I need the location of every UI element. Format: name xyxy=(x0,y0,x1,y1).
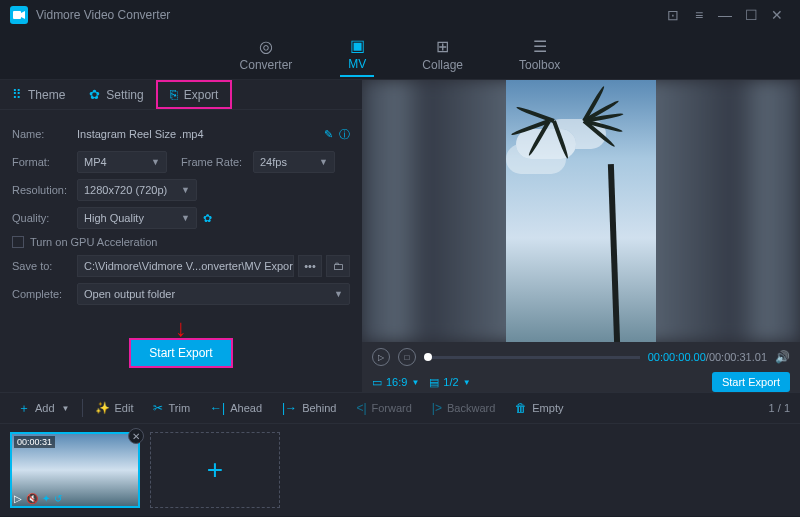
forward-icon: <| xyxy=(356,401,366,415)
complete-label: Complete: xyxy=(12,288,77,300)
volume-icon[interactable]: 🔊 xyxy=(775,350,790,364)
thumb-mute-icon[interactable]: 🔇 xyxy=(26,493,38,504)
thumbnail-strip: ✕ 00:00:31 ▷ 🔇 ✦ ↺ + xyxy=(0,424,800,516)
bottom-toolbar: ＋Add▼ ✨Edit ✂Trim ←|Ahead |→Behind <|For… xyxy=(0,392,800,424)
add-button[interactable]: ＋Add▼ xyxy=(10,396,78,421)
backward-button[interactable]: |>Backward xyxy=(424,397,503,419)
edit-button[interactable]: ✨Edit xyxy=(87,397,142,419)
plus-icon: + xyxy=(207,454,223,486)
edit-name-icon[interactable]: ✎ xyxy=(324,128,333,141)
thumb-star-icon[interactable]: ✦ xyxy=(42,493,50,504)
checkbox-icon xyxy=(12,236,24,248)
arrow-down-icon: ↓ xyxy=(175,314,187,341)
start-export-button[interactable]: Start Export xyxy=(129,338,232,368)
forward-button[interactable]: <|Forward xyxy=(348,397,419,419)
stop-button[interactable]: □ xyxy=(398,348,416,366)
browse-folder-icon[interactable]: 🗀 xyxy=(326,255,350,277)
toolbox-icon: ☰ xyxy=(533,37,547,56)
framerate-select[interactable]: 24fps▼ xyxy=(253,151,335,173)
caret-icon: ▼ xyxy=(411,378,419,387)
caret-icon: ▼ xyxy=(463,378,471,387)
video-preview[interactable] xyxy=(362,80,800,342)
add-clip-button[interactable]: + xyxy=(150,432,280,508)
scissors-icon: ✂ xyxy=(153,401,163,415)
tab-setting[interactable]: ✿Setting xyxy=(77,80,155,109)
info-icon[interactable]: ⓘ xyxy=(339,127,350,142)
main-nav: ◎ Converter ▣ MV ⊞ Collage ☰ Toolbox xyxy=(0,30,800,80)
nav-converter[interactable]: ◎ Converter xyxy=(232,33,301,76)
app-logo xyxy=(10,6,28,24)
backward-icon: |> xyxy=(432,401,442,415)
titlebar: Vidmore Video Converter ⊡ ≡ — ☐ ✕ xyxy=(0,0,800,30)
behind-button[interactable]: |→Behind xyxy=(274,397,344,419)
nav-mv[interactable]: ▣ MV xyxy=(340,32,374,77)
collage-icon: ⊞ xyxy=(436,37,449,56)
aspect-icon: ▭ xyxy=(372,376,382,389)
nav-collage[interactable]: ⊞ Collage xyxy=(414,33,471,76)
preview-panel: ▷ □ 00:00:00.00/00:00:31.01 🔊 ▭16:9▼ ▤1/… xyxy=(362,80,800,392)
pager: 1 / 1 xyxy=(769,402,790,414)
behind-icon: |→ xyxy=(282,401,297,415)
plus-icon: ＋ xyxy=(18,400,30,417)
saveto-label: Save to: xyxy=(12,260,77,272)
format-select[interactable]: MP4▼ xyxy=(77,151,167,173)
page-icon: ▤ xyxy=(429,376,439,389)
time-display: 00:00:00.00/00:00:31.01 xyxy=(648,351,767,363)
resolution-label: Resolution: xyxy=(12,184,77,196)
thumb-play-icon[interactable]: ▷ xyxy=(14,493,22,504)
empty-button[interactable]: 🗑Empty xyxy=(507,397,571,419)
tab-export[interactable]: ⎘Export xyxy=(156,80,233,109)
quality-select[interactable]: High Quality▼ xyxy=(77,207,197,229)
tab-theme[interactable]: ⠿Theme xyxy=(0,80,77,109)
format-label: Format: xyxy=(12,156,77,168)
thumb-settings-icon[interactable]: ↺ xyxy=(54,493,62,504)
svg-rect-0 xyxy=(13,11,21,19)
aspect-ratio-select[interactable]: ▭16:9▼ xyxy=(372,376,419,389)
app-title: Vidmore Video Converter xyxy=(36,8,660,22)
setting-icon: ✿ xyxy=(89,87,100,102)
export-icon: ⎘ xyxy=(170,87,178,102)
name-label: Name: xyxy=(12,128,77,140)
clip-duration: 00:00:31 xyxy=(14,436,55,448)
caret-icon: ▼ xyxy=(334,289,343,299)
ahead-button[interactable]: ←|Ahead xyxy=(202,397,270,419)
wand-icon: ✨ xyxy=(95,401,110,415)
trash-icon: 🗑 xyxy=(515,401,527,415)
caret-icon: ▼ xyxy=(181,213,190,223)
saveto-path[interactable]: C:\Vidmore\Vidmore V...onverter\MV Expor… xyxy=(77,255,294,277)
ahead-icon: ←| xyxy=(210,401,225,415)
complete-select[interactable]: Open output folder▼ xyxy=(77,283,350,305)
caret-icon: ▼ xyxy=(151,157,160,167)
timeline[interactable] xyxy=(424,356,640,359)
quality-label: Quality: xyxy=(12,212,77,224)
thumb-controls: ▷ 🔇 ✦ ↺ xyxy=(14,493,62,504)
framerate-label: Frame Rate: xyxy=(181,156,253,168)
quality-settings-icon[interactable]: ✿ xyxy=(203,212,212,225)
caret-icon: ▼ xyxy=(181,185,190,195)
maximize-icon[interactable]: ☐ xyxy=(738,7,764,23)
nav-toolbox[interactable]: ☰ Toolbox xyxy=(511,33,568,76)
close-icon[interactable]: ✕ xyxy=(764,7,790,23)
video-frame xyxy=(506,80,656,342)
converter-icon: ◎ xyxy=(259,37,273,56)
gpu-checkbox[interactable]: Turn on GPU Acceleration xyxy=(12,236,350,248)
play-button[interactable]: ▷ xyxy=(372,348,390,366)
page-select[interactable]: ▤1/2▼ xyxy=(429,376,470,389)
remove-clip-icon[interactable]: ✕ xyxy=(128,428,144,444)
trim-button[interactable]: ✂Trim xyxy=(145,397,198,419)
menu-icon[interactable]: ≡ xyxy=(686,7,712,23)
clip-thumbnail[interactable]: ✕ 00:00:31 ▷ 🔇 ✦ ↺ xyxy=(10,432,140,508)
panel-tabs: ⠿Theme ✿Setting ⎘Export xyxy=(0,80,362,110)
main-area: ⠿Theme ✿Setting ⎘Export Name: Instagram … xyxy=(0,80,800,392)
resolution-select[interactable]: 1280x720 (720p)▼ xyxy=(77,179,197,201)
caret-icon: ▼ xyxy=(62,404,70,413)
playhead[interactable] xyxy=(424,353,432,361)
preview-export-button[interactable]: Start Export xyxy=(712,372,790,392)
feedback-icon[interactable]: ⊡ xyxy=(660,7,686,23)
name-value: Instagram Reel Size .mp4 xyxy=(77,128,318,140)
export-form: Name: Instagram Reel Size .mp4 ✎ ⓘ Forma… xyxy=(0,110,362,360)
more-path-icon[interactable]: ••• xyxy=(298,255,322,277)
minimize-icon[interactable]: — xyxy=(712,7,738,23)
caret-icon: ▼ xyxy=(319,157,328,167)
theme-icon: ⠿ xyxy=(12,87,22,102)
